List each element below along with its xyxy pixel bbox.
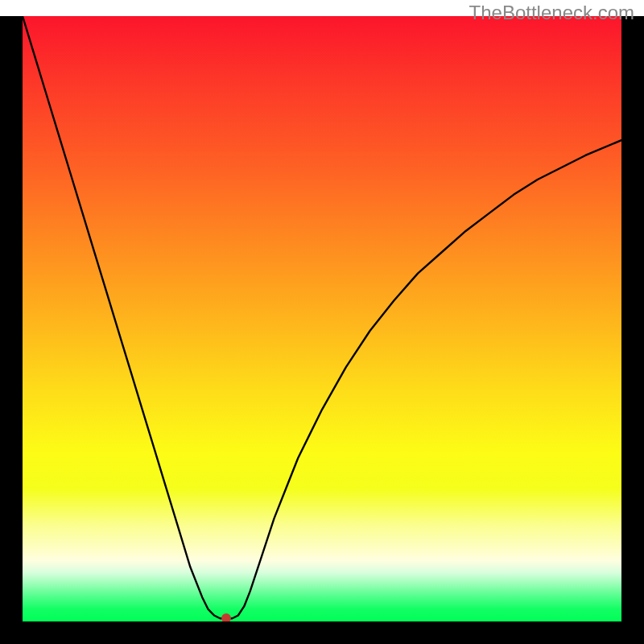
frame-border-left — [0, 16, 23, 644]
frame-border-right — [621, 16, 644, 644]
chart-frame — [0, 16, 644, 644]
frame-border-bottom — [0, 621, 644, 644]
bottleneck-curve — [23, 16, 621, 621]
watermark-text: TheBottleneck.com — [469, 2, 634, 24]
plot-area — [23, 16, 621, 621]
chart-container: { "watermark": "TheBottleneck.com", "cha… — [0, 0, 644, 644]
